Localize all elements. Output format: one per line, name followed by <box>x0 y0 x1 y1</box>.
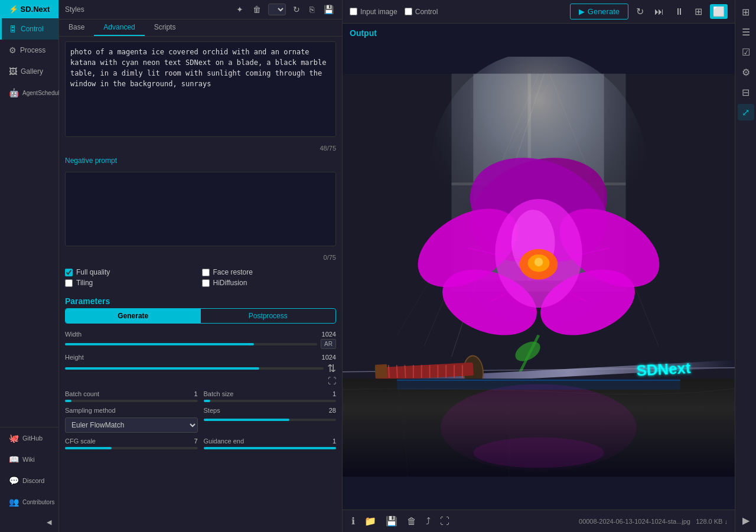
tiling-input[interactable] <box>65 279 73 287</box>
filesize-text: 128.0 KB ↓ <box>696 518 728 525</box>
params-tab-postprocess[interactable]: Postprocess <box>201 309 336 323</box>
cfg-scale-fill <box>65 447 112 449</box>
filename-text: 00008-2024-06-13-1024-1024-sta...jpg <box>579 518 690 525</box>
contributors-icon: 👥 <box>9 497 19 507</box>
positive-prompt-input[interactable]: photo of a magenta ice covered orchid wi… <box>65 41 336 137</box>
styles-save-btn[interactable]: 💾 <box>321 4 336 15</box>
generate-label: Generate <box>588 7 620 16</box>
checklist-btn[interactable]: ☑ <box>738 44 754 60</box>
sidebar-label-agent: AgentScheduler <box>22 90 64 96</box>
height-param: Height 1024 ⇅ ⛶ <box>59 351 342 388</box>
wiki-icon: 📖 <box>9 455 19 464</box>
sidebar-item-wiki[interactable]: 📖 Wiki <box>0 449 58 470</box>
sidebar-label-github: GitHub <box>22 435 43 442</box>
sidebar-item-control[interactable]: 🎛 Control <box>0 18 58 40</box>
width-label: Width <box>65 331 82 338</box>
save-btn[interactable]: 💾 <box>384 514 399 528</box>
steps-label: Steps <box>204 407 220 414</box>
guidance-end-fill <box>204 447 337 449</box>
styles-label: Styles <box>65 5 84 14</box>
face-restore-input[interactable] <box>202 269 210 276</box>
styles-delete-btn[interactable]: 🗑 <box>250 4 263 15</box>
layers-btn[interactable]: ⊞ <box>738 4 754 20</box>
positive-token-count: 48/75 <box>59 143 342 154</box>
hidiffusion-checkbox[interactable]: HiDiffusion <box>202 279 337 287</box>
hidiffusion-label: HiDiffusion <box>213 279 247 287</box>
params-tab-generate[interactable]: Generate <box>66 309 201 323</box>
refresh-icon-btn[interactable]: ↻ <box>633 4 647 19</box>
input-image-checkbox[interactable]: Input image <box>350 8 397 16</box>
tiling-checkbox[interactable]: Tiling <box>65 279 200 287</box>
steps-fill <box>204 419 290 421</box>
tab-base[interactable]: Base <box>59 19 94 36</box>
logo-icon: ⚡ <box>9 5 18 14</box>
svg-rect-42 <box>375 364 387 378</box>
list-btn[interactable]: ☰ <box>738 24 754 40</box>
fullscreen-btn[interactable]: ⛶ <box>438 514 451 528</box>
swap-dimensions-btn[interactable]: ⇅ <box>327 362 336 375</box>
sidebar-logo[interactable]: ⚡ SD.Next <box>0 0 58 18</box>
resize-btn[interactable]: ⛶ <box>328 376 336 386</box>
info-btn[interactable]: ℹ <box>350 514 357 528</box>
bottom-bar: ℹ 📁 💾 🗑 ⤴ ⛶ 00008-2024-06-13-1024-1024-s… <box>343 510 735 532</box>
bottom-bar-icons: ℹ 📁 💾 🗑 ⤴ ⛶ <box>350 514 451 528</box>
height-slider-fill <box>65 367 259 370</box>
sidebar-bottom: 🐙 GitHub 📖 Wiki 💬 Discord 👥 Contributors… <box>0 427 58 532</box>
input-image-input[interactable] <box>350 8 357 15</box>
sdnext-blade-text: SDNext <box>636 359 692 378</box>
tab-advanced[interactable]: Advanced <box>94 19 144 36</box>
export-btn[interactable]: ⤢ <box>738 104 754 120</box>
generate-button[interactable]: ▶ Generate <box>570 4 628 19</box>
skip-icon-btn[interactable]: ⏭ <box>651 5 667 19</box>
guidance-end-param: Guidance end 1 <box>204 438 337 449</box>
sidebar-item-contributors[interactable]: 👥 Contributors <box>0 491 58 513</box>
styles-star-btn[interactable]: ✦ <box>234 4 246 15</box>
svg-line-32 <box>389 365 389 378</box>
tiling-label: Tiling <box>76 279 93 287</box>
steps-value: 28 <box>329 407 336 414</box>
styles-select[interactable] <box>268 4 286 15</box>
batch-count-value: 1 <box>194 390 197 397</box>
tab-scripts[interactable]: Scripts <box>145 19 185 36</box>
control-checkbox[interactable]: Control <box>405 8 438 16</box>
share-btn[interactable]: ⤴ <box>424 514 432 528</box>
steps-param: Steps 28 <box>204 407 337 421</box>
styles-copy-btn[interactable]: ⎘ <box>307 4 317 15</box>
left-sidebar: ⚡ SD.Next 🎛 Control ⚙ Process 🖼 Gallery … <box>0 0 59 532</box>
right-collapse-btn[interactable]: ▶ <box>738 512 754 528</box>
styles-header: Styles ✦ 🗑 ↻ ⎘ 💾 <box>59 0 342 19</box>
pause-icon-btn[interactable]: ⏸ <box>672 5 687 19</box>
ar-button[interactable]: AR <box>321 339 336 349</box>
width-slider-fill <box>65 343 254 345</box>
grid-icon-btn[interactable]: ⊞ <box>692 4 705 19</box>
svg-line-33 <box>397 365 397 378</box>
grid-view-btn[interactable]: ⊟ <box>738 84 754 100</box>
settings-btn[interactable]: ⚙ <box>738 64 754 80</box>
full-quality-checkbox[interactable]: Full quality <box>65 268 200 276</box>
sidebar-item-agentscheduler[interactable]: 🤖 AgentScheduler <box>0 82 58 103</box>
full-quality-input[interactable] <box>65 269 73 276</box>
sampling-method-param: Sampling method Euler FlowMatch DPM++ 2M… <box>65 407 198 433</box>
screen-icon-btn[interactable]: ⬜ <box>710 4 728 19</box>
styles-refresh-btn[interactable]: ↻ <box>291 4 302 15</box>
sidebar-item-github[interactable]: 🐙 GitHub <box>0 427 58 449</box>
batch-size-label: Batch size <box>204 390 234 397</box>
sidebar-collapse-btn[interactable]: ◀ <box>0 513 58 532</box>
cfg-scale-param: CFG scale 7 <box>65 438 198 449</box>
control-input[interactable] <box>405 8 412 15</box>
sidebar-item-process[interactable]: ⚙ Process <box>0 40 58 61</box>
guidance-end-slider <box>204 447 337 449</box>
right-sidebar: ⊞ ☰ ☑ ⚙ ⊟ ⤢ ▶ <box>735 0 756 532</box>
sidebar-item-discord[interactable]: 💬 Discord <box>0 470 58 491</box>
sidebar-item-gallery[interactable]: 🖼 Gallery <box>0 61 58 82</box>
negative-prompt-input[interactable] <box>65 172 336 246</box>
sidebar-label-control: Control <box>21 25 44 33</box>
hidiffusion-input[interactable] <box>202 279 210 287</box>
face-restore-checkbox[interactable]: Face restore <box>202 268 337 276</box>
batch-size-value: 1 <box>333 390 336 397</box>
height-label: Height <box>65 354 84 361</box>
sampling-method-select[interactable]: Euler FlowMatch DPM++ 2M DDIM Euler a <box>65 417 198 433</box>
folder-btn[interactable]: 📁 <box>363 514 378 528</box>
positive-prompt-area: photo of a magenta ice covered orchid wi… <box>59 37 342 143</box>
trash-btn[interactable]: 🗑 <box>405 514 418 528</box>
